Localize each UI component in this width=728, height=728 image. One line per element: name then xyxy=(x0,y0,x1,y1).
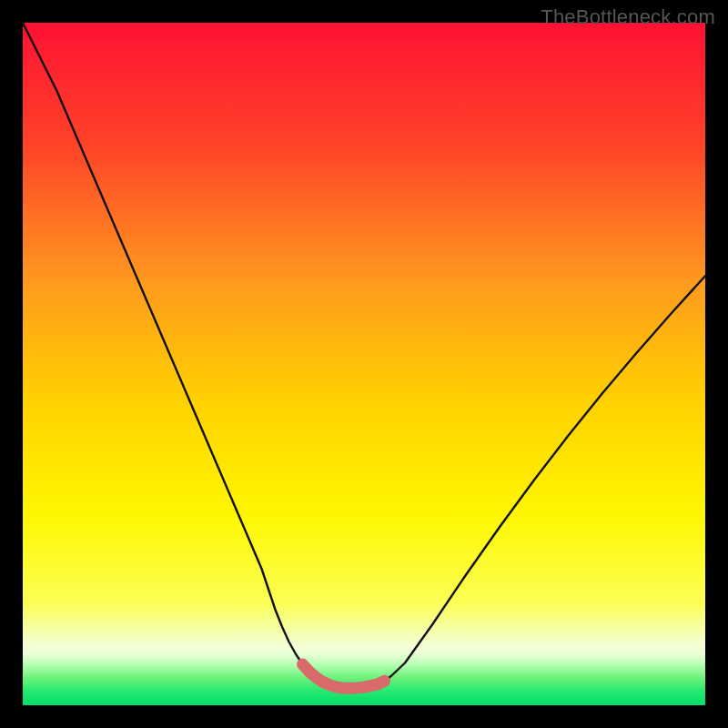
watermark-text: TheBottleneck.com xyxy=(541,5,715,29)
gradient-background xyxy=(23,23,705,705)
bottleneck-chart xyxy=(23,23,705,705)
chart-frame: TheBottleneck.com xyxy=(0,0,728,728)
